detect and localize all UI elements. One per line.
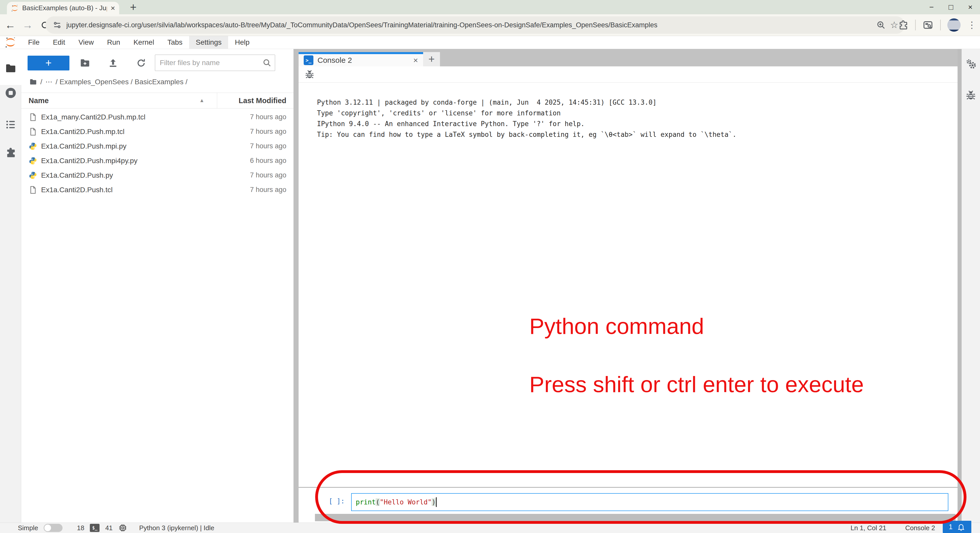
active-context-label[interactable]: Console 2 — [905, 524, 935, 532]
annotation-oval — [315, 470, 966, 524]
right-activity-bar — [962, 49, 980, 522]
url-bar[interactable]: jupyter.designsafe-ci.org/user/silvia/la… — [45, 16, 905, 34]
menu-kernel[interactable]: Kernel — [127, 36, 161, 49]
status-bar: Simple 18 $_ 41 Python 3 (ipykernel) | I… — [0, 522, 980, 533]
jupyter-favicon — [11, 4, 19, 12]
extensions-puzzle-icon[interactable] — [898, 20, 908, 30]
extension-manager-puzzle-icon[interactable] — [5, 146, 17, 159]
terminal-icon: $_ — [90, 524, 100, 532]
breadcrumb: / ⋯ / Examples_OpenSees / BasicExamples … — [29, 78, 187, 86]
window-close-icon[interactable]: × — [961, 0, 980, 14]
filter-files-input[interactable] — [155, 59, 262, 67]
bell-icon — [957, 522, 966, 531]
property-inspector-gears-icon[interactable] — [965, 58, 977, 70]
column-last-modified[interactable]: Last Modified — [239, 97, 286, 105]
minimize-icon[interactable]: − — [922, 0, 941, 14]
lens-search-icon[interactable] — [922, 19, 934, 31]
window-controls: − □ × — [922, 0, 980, 14]
browser-toolbar-right: ⋮ — [898, 14, 977, 36]
python-icon — [29, 142, 37, 151]
sort-ascending-icon[interactable]: ▲ — [199, 97, 204, 103]
status-bar-left: Simple 18 $_ 41 Python 3 (ipykernel) | I… — [18, 523, 215, 533]
menu-settings[interactable]: Settings — [189, 36, 228, 49]
kernel-status[interactable]: Python 3 (ipykernel) | Idle — [139, 524, 214, 532]
cursor-position[interactable]: Ln 1, Col 21 — [851, 524, 886, 532]
browser-tab-title: BasicExamples (auto-B) - Jupyte — [22, 4, 107, 12]
table-row[interactable]: Ex1a.Canti2D.Push.mpi.py 7 hours ago — [21, 139, 293, 153]
menu-run[interactable]: Run — [100, 36, 127, 49]
file-icon — [29, 186, 37, 194]
breadcrumb-path[interactable]: / Examples_OpenSees / BasicExamples / — [56, 78, 188, 86]
new-tab-button[interactable]: + — [126, 0, 141, 14]
forward-icon[interactable]: → — [19, 14, 36, 36]
screen: BasicExamples (auto-B) - Jupyte × + − □ … — [0, 0, 980, 533]
simple-mode-toggle[interactable] — [44, 524, 62, 532]
new-folder-icon[interactable] — [80, 57, 91, 68]
jupyterlab-menubar: File Edit View Run Kernel Tabs Settings … — [0, 36, 980, 49]
file-icon — [29, 127, 37, 136]
banner-line: Python 3.12.11 | packaged by conda-forge… — [317, 97, 737, 108]
file-browser-panel: + / ⋯ / Examples_OpenSees / BasicExample… — [21, 49, 293, 522]
python-icon — [29, 171, 37, 180]
browser-menu-icon[interactable]: ⋮ — [967, 20, 977, 30]
console-icon: >_ — [304, 56, 313, 65]
python-icon — [29, 156, 37, 165]
browser-tab[interactable]: BasicExamples (auto-B) - Jupyte × — [7, 2, 119, 14]
home-folder-icon[interactable] — [29, 78, 37, 86]
tab-close-icon[interactable]: × — [110, 4, 115, 12]
notification-count: 1 — [948, 523, 953, 531]
table-of-contents-icon[interactable] — [5, 118, 17, 131]
toolbar-divider — [915, 20, 916, 30]
menu-tabs[interactable]: Tabs — [161, 36, 189, 49]
new-launcher-button[interactable]: + — [27, 56, 69, 70]
jupyter-logo — [4, 37, 17, 48]
menu-help[interactable]: Help — [228, 36, 256, 49]
column-name[interactable]: Name — [29, 97, 49, 105]
running-kernels-icon[interactable] — [5, 87, 17, 99]
table-row[interactable]: Ex1a.Canti2D.Push.mpi4py.py 6 hours ago — [21, 153, 293, 168]
search-icon — [262, 58, 272, 68]
menu-file[interactable]: File — [21, 36, 46, 49]
terminal-count[interactable]: 18 — [77, 524, 84, 532]
profile-avatar[interactable] — [947, 18, 961, 32]
annotation-heading: Python command — [529, 314, 704, 339]
bookmark-star-icon[interactable]: ☆ — [890, 20, 898, 30]
browser-toolbar: ← → jupyter.designsafe-ci.org/user/silvi… — [0, 14, 980, 36]
menu-view[interactable]: View — [72, 36, 100, 49]
maximize-icon[interactable]: □ — [941, 0, 961, 14]
annotation-subheading: Press shift or ctrl enter to execute — [529, 372, 864, 397]
breadcrumb-root[interactable]: / — [40, 78, 42, 86]
add-tab-button[interactable]: + — [423, 52, 440, 66]
menu-edit[interactable]: Edit — [46, 36, 72, 49]
table-row[interactable]: Ex1a.Canti2D.Push.tcl 7 hours ago — [21, 183, 293, 197]
table-row[interactable]: Ex1a_many.Canti2D.Push.mp.tcl 7 hours ag… — [21, 110, 293, 124]
table-row[interactable]: Ex1a.Canti2D.Push.py 7 hours ago — [21, 168, 293, 183]
console-panel: >_ Console 2 × + Python 3.12.11 | packag… — [299, 49, 958, 522]
kernel-count[interactable]: 41 — [105, 524, 113, 532]
console-banner: Python 3.12.11 | packaged by conda-forge… — [317, 97, 737, 140]
filter-files-box[interactable] — [155, 55, 275, 71]
debugger-bug-icon[interactable] — [965, 90, 977, 102]
banner-line: IPython 9.4.0 -- An enhanced Interactive… — [317, 118, 737, 129]
zoom-in-icon[interactable] — [876, 20, 886, 30]
console-tab-label[interactable]: Console 2 — [318, 56, 409, 65]
table-row[interactable]: Ex1a.Canti2D.Push.mp.tcl 7 hours ago — [21, 124, 293, 139]
banner-line: Type 'copyright', 'credits' or 'license'… — [317, 108, 737, 118]
menubar-items: File Edit View Run Kernel Tabs Settings … — [21, 36, 256, 49]
file-browser-folder-icon[interactable] — [5, 62, 17, 75]
console-tab-close-icon[interactable]: × — [413, 56, 418, 65]
vertical-scrollbar[interactable] — [958, 49, 962, 522]
toggle-knob — [45, 525, 51, 531]
status-bar-right: Ln 1, Col 21 Console 2 — [851, 523, 935, 533]
console-tab[interactable]: >_ Console 2 × — [299, 52, 423, 66]
panel-resize-handle[interactable] — [293, 49, 299, 522]
url-text[interactable]: jupyter.designsafe-ci.org/user/silvia/la… — [66, 21, 872, 29]
breadcrumb-ellipsis[interactable]: ⋯ — [45, 78, 52, 86]
back-icon[interactable]: ← — [2, 14, 18, 36]
site-info-icon[interactable] — [52, 20, 62, 30]
toolbar-divider — [940, 20, 941, 30]
left-activity-bar — [0, 49, 21, 522]
debugger-bug-icon[interactable] — [304, 70, 315, 80]
upload-icon[interactable] — [107, 57, 119, 68]
refresh-icon[interactable] — [135, 57, 147, 68]
